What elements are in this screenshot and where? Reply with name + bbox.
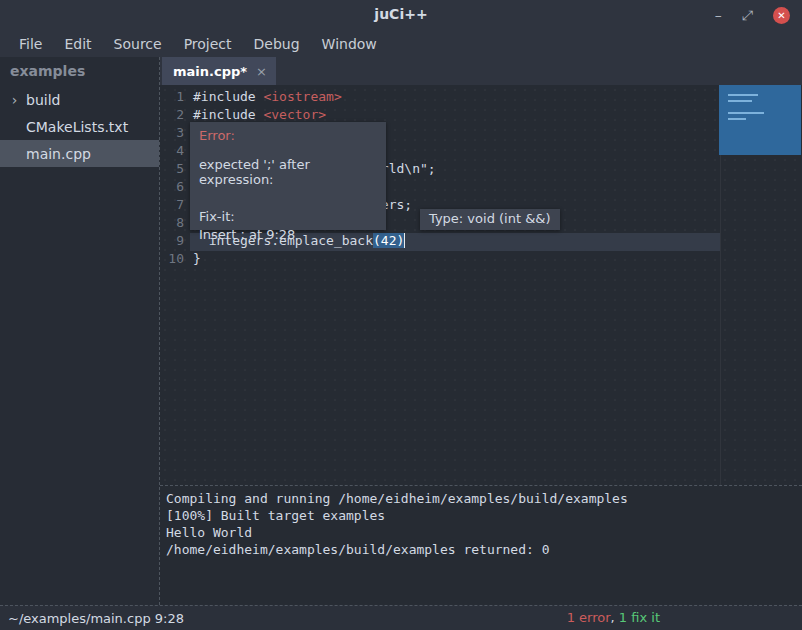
menu-item-project[interactable]: Project	[173, 32, 243, 56]
line-number: 4	[160, 143, 190, 161]
minimap-line	[728, 112, 764, 114]
minimize-icon[interactable]: –	[715, 8, 722, 22]
close-icon[interactable]: ✕	[773, 7, 790, 24]
line-number: 1	[160, 89, 190, 107]
sidebar-item-label: CMakeLists.txt	[26, 119, 128, 135]
sidebar-item-label: build	[26, 92, 60, 108]
terminal-line: Hello World	[166, 525, 796, 542]
fixit-title: Fix-it:	[199, 209, 377, 224]
code-editor[interactable]: 12345678910 #include <iostream>#include …	[160, 85, 802, 485]
code-line[interactable]: #include <iostream>	[190, 89, 720, 107]
window-controls: – ⤢ ✕	[715, 0, 790, 30]
main-region: examples ›buildCMakeLists.txtmain.cpp ma…	[0, 57, 802, 605]
error-tooltip-title: Error:	[199, 128, 377, 143]
fixit-count: 1 fix it	[619, 610, 660, 625]
diagnostics-separator: ,	[611, 610, 619, 625]
sidebar-item-label: main.cpp	[26, 146, 91, 162]
window-title: juCi++	[0, 6, 802, 22]
type-tooltip: Type: void (int &&)	[420, 209, 560, 230]
error-count: 1 error	[567, 610, 611, 625]
tab-label: main.cpp*	[173, 64, 247, 79]
line-number: 6	[160, 179, 190, 197]
menu-item-window[interactable]: Window	[311, 32, 388, 56]
terminal-line: Compiling and running /home/eidheim/exam…	[166, 491, 796, 508]
code-segment: #include	[193, 107, 263, 122]
code-segment: <vector>	[263, 107, 326, 122]
error-tooltip-message: expected ';' after expression:	[199, 157, 377, 187]
sidebar-items: ›buildCMakeLists.txtmain.cpp	[0, 86, 159, 167]
sidebar-item-main-cpp[interactable]: main.cpp	[0, 140, 159, 167]
menu-item-edit[interactable]: Edit	[53, 32, 102, 56]
status-file-location: ~/examples/main.cpp 9:28	[8, 611, 184, 626]
sidebar-item-cmakelists-txt[interactable]: CMakeLists.txt	[0, 113, 159, 140]
minimap-line	[728, 94, 758, 96]
fixit-text: Insert ; at 9:28	[199, 227, 377, 242]
menu-item-source[interactable]: Source	[103, 32, 173, 56]
tabbar: main.cpp* ×	[160, 57, 802, 85]
code-line[interactable]: }	[190, 251, 720, 269]
line-number: 8	[160, 215, 190, 233]
line-number: 10	[160, 251, 190, 269]
project-name: examples	[0, 57, 159, 86]
menu-item-file[interactable]: File	[8, 32, 53, 56]
tab-close-icon[interactable]: ×	[256, 64, 267, 79]
juci-window: juCi++ – ⤢ ✕ FileEditSourceProjectDebugW…	[0, 0, 802, 630]
line-number-gutter: 12345678910	[160, 85, 190, 485]
menu-item-debug[interactable]: Debug	[243, 32, 311, 56]
file-tree-panel: examples ›buildCMakeLists.txtmain.cpp	[0, 57, 160, 605]
line-number: 3	[160, 125, 190, 143]
minimap-line	[728, 118, 746, 120]
tab-main-cpp[interactable]: main.cpp* ×	[162, 57, 276, 85]
titlebar[interactable]: juCi++ – ⤢ ✕	[0, 0, 802, 30]
sidebar-item-build[interactable]: ›build	[0, 86, 159, 113]
line-number: 9	[160, 233, 190, 251]
status-diagnostics: 1 error, 1 fix it	[567, 610, 660, 625]
terminal-line: [100%] Built target examples	[166, 508, 796, 525]
code-segment: (42)	[373, 233, 405, 248]
code-segment: <iostream>	[263, 89, 341, 104]
error-tooltip: Error: expected ';' after expression: Fi…	[190, 122, 386, 230]
maximize-icon[interactable]: ⤢	[742, 8, 753, 22]
code-segment: }	[193, 251, 201, 266]
statusbar: ~/examples/main.cpp 9:28 1 error, 1 fix …	[0, 605, 802, 630]
line-number: 7	[160, 197, 190, 215]
code-segment: #include	[193, 89, 263, 104]
minimap-line	[728, 100, 752, 102]
output-terminal[interactable]: Compiling and running /home/eidheim/exam…	[160, 485, 802, 605]
minimap[interactable]	[719, 85, 801, 155]
chevron-right-icon: ›	[8, 92, 21, 108]
terminal-line: /home/eidheim/examples/build/examples re…	[166, 542, 796, 559]
line-number: 2	[160, 107, 190, 125]
editor-column: main.cpp* × 12345678910 #include <iostre…	[160, 57, 802, 605]
menubar: FileEditSourceProjectDebugWindow	[0, 30, 802, 57]
line-number: 5	[160, 161, 190, 179]
